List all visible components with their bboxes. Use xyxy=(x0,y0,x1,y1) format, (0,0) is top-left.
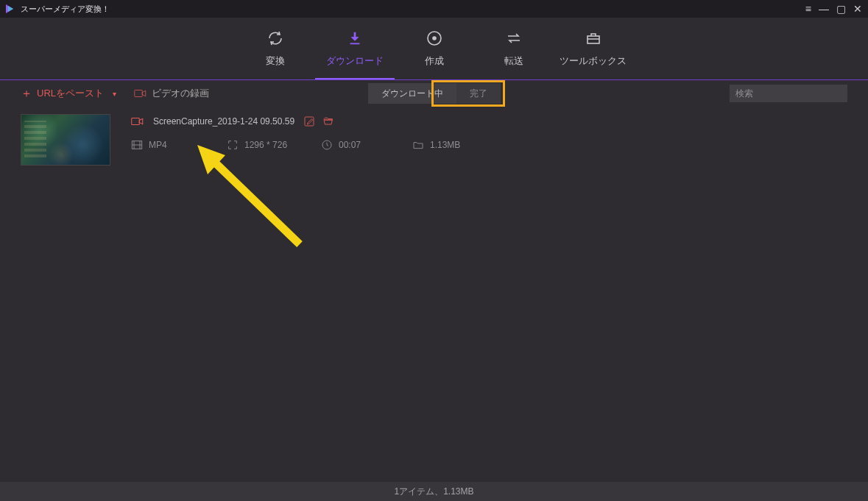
refresh-icon xyxy=(267,29,284,47)
app-title: スーパーメディア変換！ xyxy=(21,4,110,15)
video-thumbnail xyxy=(21,114,110,166)
window-controls: ≡ — ▢ ✕ xyxy=(805,4,862,14)
svg-rect-3 xyxy=(588,36,599,43)
tab-convert[interactable]: 変換 xyxy=(236,17,315,79)
file-format: MP4 xyxy=(149,140,167,150)
file-duration: 00:07 xyxy=(339,140,361,150)
minimize-icon[interactable]: — xyxy=(819,4,829,14)
search-input[interactable]: 検索 xyxy=(730,85,847,102)
top-nav: 変換 ダウンロード 作成 転送 ツールボックス xyxy=(0,18,868,80)
camera-icon xyxy=(134,88,147,99)
maximize-icon[interactable]: ▢ xyxy=(836,4,846,14)
tab-label: 転送 xyxy=(504,54,523,68)
edit-icon[interactable] xyxy=(303,116,315,127)
svg-point-2 xyxy=(433,37,436,40)
paste-url-button[interactable]: ＋ URLをペースト ▾ xyxy=(21,86,116,102)
disc-icon xyxy=(426,29,443,47)
tab-create[interactable]: 作成 xyxy=(395,17,474,79)
status-text: 1アイテム、1.13MB xyxy=(394,486,473,498)
svg-rect-4 xyxy=(135,90,143,97)
folder-open-icon[interactable] xyxy=(322,116,334,127)
record-video-button[interactable]: ビデオの録画 xyxy=(134,87,209,100)
tab-label: 作成 xyxy=(425,54,444,68)
folder-icon xyxy=(412,140,424,150)
paste-label: URLをペースト xyxy=(37,87,104,100)
chevron-down-icon: ▾ xyxy=(113,90,116,98)
tab-transfer[interactable]: 転送 xyxy=(474,17,554,79)
file-meta: ScreenCapture_2019-1-24 09.50.59 MP4 129… xyxy=(131,114,847,151)
tab-label: ダウンロード xyxy=(326,54,384,68)
tab-download[interactable]: ダウンロード xyxy=(315,17,395,79)
seg-complete[interactable]: 完了 xyxy=(456,83,501,104)
record-label: ビデオの録画 xyxy=(152,87,209,100)
file-name: ScreenCapture_2019-1-24 09.50.59 xyxy=(153,116,294,127)
download-status-segment: ダウンロード中 完了 xyxy=(368,83,501,104)
clock-icon xyxy=(321,139,333,151)
transfer-icon xyxy=(505,29,523,47)
file-resolution: 1296 * 726 xyxy=(244,140,287,150)
svg-line-9 xyxy=(214,161,300,244)
close-icon[interactable]: ✕ xyxy=(853,4,862,14)
seg-downloading[interactable]: ダウンロード中 xyxy=(368,83,456,104)
tab-label: 変換 xyxy=(266,54,285,68)
app-logo-icon xyxy=(6,4,16,14)
title-bar: スーパーメディア変換！ ≡ — ▢ ✕ xyxy=(0,0,868,18)
download-icon xyxy=(346,29,364,47)
plus-icon: ＋ xyxy=(21,86,32,102)
tab-toolbox[interactable]: ツールボックス xyxy=(554,17,633,79)
film-icon xyxy=(131,140,143,150)
search-placeholder: 検索 xyxy=(735,88,753,100)
tab-label: ツールボックス xyxy=(560,54,627,68)
camera-icon xyxy=(131,116,144,127)
file-row[interactable]: ScreenCapture_2019-1-24 09.50.59 MP4 129… xyxy=(0,107,868,173)
download-toolbar: ＋ URLをペースト ▾ ビデオの録画 ダウンロード中 完了 検索 xyxy=(0,80,868,107)
menu-icon[interactable]: ≡ xyxy=(805,4,811,14)
toolbox-icon xyxy=(585,29,602,47)
svg-rect-5 xyxy=(132,118,140,125)
status-bar: 1アイテム、1.13MB xyxy=(0,482,868,501)
svg-rect-0 xyxy=(350,43,359,44)
expand-icon xyxy=(227,139,239,151)
file-size: 1.13MB xyxy=(430,140,460,150)
